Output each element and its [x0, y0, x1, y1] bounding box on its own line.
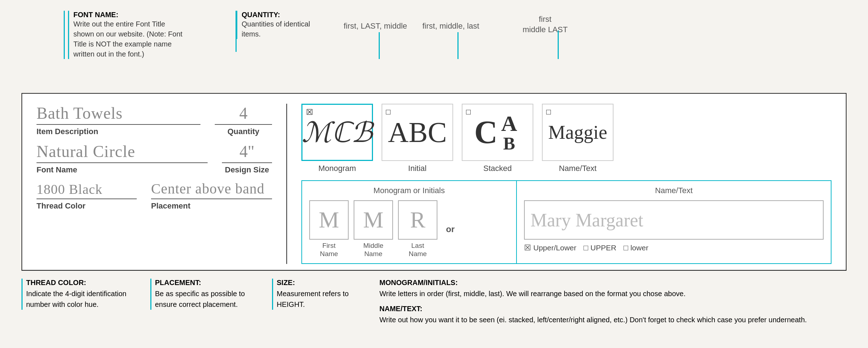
- case-lower-label: lower: [630, 244, 648, 252]
- initial-label: Initial: [408, 164, 426, 173]
- style-box-initial[interactable]: □ ABC: [382, 104, 453, 161]
- bann-thread-color-content: THREAD COLOR: Indicate the 4-digit ident…: [21, 279, 143, 310]
- main-form: Bath Towels Item Description 4 Quantity …: [21, 93, 847, 271]
- vline-order1: [379, 32, 380, 59]
- monogram-initials-section: Monogram or Initials M FirstName M: [302, 181, 517, 263]
- name-text-section: Name/Text Mary Margaret Upper/Lower: [517, 181, 831, 263]
- form-left-section: Bath Towels Item Description 4 Quantity …: [37, 104, 287, 264]
- vline-order2: [457, 32, 459, 59]
- last-initial-box[interactable]: R: [398, 200, 437, 240]
- bann-placement-content: PLACEMENT: Be as specific as possible to…: [150, 279, 265, 310]
- style-box-nametext[interactable]: □ Maggie: [542, 104, 614, 161]
- quantity-label: Quantity: [215, 127, 272, 136]
- bann-nametext-desc: Write out how you want it to be seen (ei…: [379, 314, 847, 325]
- order-label-3: first middle LAST: [523, 14, 568, 35]
- design-size-field: 4" Design Size: [222, 142, 272, 175]
- bann-size-desc: Measurement refers to HEIGHT.: [277, 288, 372, 310]
- case-lower-checkbox[interactable]: [624, 243, 628, 253]
- case-upper-checkbox[interactable]: [583, 243, 588, 253]
- style-option-stacked[interactable]: □ ACB Stacked: [462, 104, 533, 173]
- bann-thread-desc: Indicate the 4-digit identification numb…: [26, 288, 143, 310]
- page-wrapper: FONT NAME: Write out the entire Font Tit…: [0, 0, 868, 348]
- font-name-ann-title: FONT NAME:: [73, 11, 118, 19]
- font-name-annotation: FONT NAME: Write out the entire Font Tit…: [68, 11, 184, 59]
- quantity-field: 4 Quantity: [215, 104, 272, 136]
- initials-inputs-row: M FirstName M MiddleName: [309, 200, 509, 258]
- first-initial-value: M: [319, 207, 339, 233]
- bann-size-title: SIZE:: [277, 279, 295, 286]
- order-label-2: first, middle, last: [422, 21, 479, 31]
- vline-order3: [558, 30, 559, 59]
- font-size-row: Natural Circle Font Name 4" Design Size: [37, 142, 272, 175]
- style-option-monogram[interactable]: ☒ ℳℂℬ Monogram: [301, 104, 373, 173]
- stacked-checkbox: □: [466, 107, 471, 117]
- stacked-display: ACB: [474, 112, 521, 152]
- name-text-placeholder: Mary Margaret: [530, 210, 643, 231]
- bann-size-content: SIZE: Measurement refers to HEIGHT.: [272, 279, 372, 310]
- item-qty-row: Bath Towels Item Description 4 Quantity: [37, 104, 272, 136]
- style-box-monogram[interactable]: ☒ ℳℂℬ: [301, 104, 373, 161]
- font-name-value: Natural Circle: [37, 142, 208, 163]
- name-text-input-box[interactable]: Mary Margaret: [524, 200, 824, 240]
- last-initial-label: LastName: [409, 242, 427, 258]
- thread-color-field: 1800 Black Thread Color: [37, 181, 137, 211]
- style-option-nametext[interactable]: □ Maggie Name/Text: [542, 104, 614, 173]
- style-options-row: ☒ ℳℂℬ Monogram □ ABC Initial: [301, 104, 831, 173]
- thread-color-label: Thread Color: [37, 201, 137, 211]
- bann-placement-title: PLACEMENT:: [155, 279, 201, 286]
- nametext-checkbox: □: [546, 107, 551, 117]
- bann-monogram-title: MONOGRAM/INITIALS:: [379, 279, 458, 286]
- quantity-annotation: QUANTITY: Quantities of identical items.: [236, 11, 313, 39]
- font-name-label: Font Name: [37, 165, 208, 175]
- last-name-wrapper: R LastName: [398, 200, 437, 258]
- bann-thread-title: THREAD COLOR:: [26, 279, 86, 286]
- bottom-annotations: THREAD COLOR: Indicate the 4-digit ident…: [21, 279, 847, 325]
- item-description-field: Bath Towels Item Description: [37, 104, 200, 136]
- thread-placement-row: 1800 Black Thread Color Center above ban…: [37, 180, 272, 211]
- order-label-1: first, LAST, middle: [344, 21, 407, 31]
- input-section: Monogram or Initials M FirstName M: [301, 180, 831, 264]
- bann-placement-desc: Be as specific as possible to ensure cor…: [155, 288, 265, 310]
- bann-size: SIZE: Measurement refers to HEIGHT.: [265, 279, 372, 325]
- thread-color-value: 1800 Black: [37, 181, 137, 199]
- case-options-row: Upper/Lower UPPER lower: [524, 243, 824, 253]
- quantity-ann-desc: Quantities of identical items.: [242, 19, 313, 39]
- case-upper-lower-checkbox[interactable]: [524, 243, 531, 253]
- quantity-value: 4: [215, 104, 272, 125]
- case-upper-option[interactable]: UPPER: [583, 243, 616, 253]
- form-top-row: Bath Towels Item Description 4 Quantity …: [22, 94, 846, 270]
- placement-label: Placement: [151, 201, 272, 211]
- design-size-label: Design Size: [222, 165, 272, 175]
- middle-initial-label: MiddleName: [363, 242, 383, 258]
- name-text-section-header: Name/Text: [524, 186, 824, 195]
- middle-initial-box[interactable]: M: [354, 200, 393, 240]
- case-upper-label: UPPER: [591, 244, 616, 252]
- middle-name-wrapper: M MiddleName: [354, 200, 393, 258]
- style-box-stacked[interactable]: □ ACB: [462, 104, 533, 161]
- first-initial-box[interactable]: M: [309, 200, 349, 240]
- vline-font-name: [64, 11, 65, 59]
- or-separator: or: [446, 224, 455, 234]
- bann-monogram-desc: Write letters in order (first, middle, l…: [379, 288, 847, 299]
- case-upper-lower-option[interactable]: Upper/Lower: [524, 243, 576, 253]
- stacked-label: Stacked: [483, 164, 512, 173]
- top-annotation-area: FONT NAME: Write out the entire Font Tit…: [21, 11, 847, 57]
- monogram-checkbox: ☒: [306, 108, 313, 117]
- item-description-label: Item Description: [37, 127, 200, 136]
- initial-checkbox: □: [386, 107, 391, 117]
- monogram-section-header: Monogram or Initials: [309, 186, 509, 195]
- placement-value: Center above band: [151, 180, 272, 199]
- case-lower-option[interactable]: lower: [624, 243, 648, 253]
- nametext-display: Maggie: [548, 121, 607, 143]
- form-right-section: ☒ ℳℂℬ Monogram □ ABC Initial: [287, 104, 831, 264]
- style-option-initial[interactable]: □ ABC Initial: [382, 104, 453, 173]
- last-initial-value: R: [410, 207, 426, 233]
- bann-thread-color: THREAD COLOR: Indicate the 4-digit ident…: [21, 279, 143, 325]
- quantity-ann-title: QUANTITY:: [242, 11, 280, 19]
- design-size-value: 4": [222, 142, 272, 163]
- font-name-field: Natural Circle Font Name: [37, 142, 208, 175]
- initial-display: ABC: [388, 116, 447, 149]
- case-upper-lower-label: Upper/Lower: [533, 244, 576, 252]
- vline-quantity: [236, 11, 237, 52]
- bann-monogram-nametext: MONOGRAM/INITIALS: Write letters in orde…: [372, 279, 847, 325]
